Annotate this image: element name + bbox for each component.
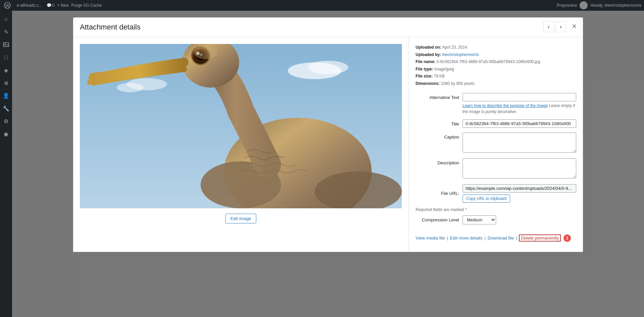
caption-row: Caption [416, 133, 576, 154]
attachment-details-modal: Attachment details ‹ › × [73, 17, 583, 252]
title-label: Title [416, 119, 459, 126]
sidebar-icon-propovoice[interactable]: ◉ [0, 128, 12, 140]
uploaded-by-info: Uploaded by: thechristophermorris [416, 51, 576, 59]
separator-3: | [516, 235, 517, 241]
description-field [463, 158, 576, 179]
previous-attachment-button[interactable]: ‹ [543, 21, 554, 32]
alt-text-row: Alternative Text Learn how to describe t… [416, 93, 576, 115]
attachment-image [80, 44, 402, 208]
admin-sidebar: ⌂ ✎ □ ◈ ⊕ 👤 🔧 ⚙ ◉ [0, 11, 12, 317]
title-row: Title [416, 119, 576, 128]
footer-links: View media file | Edit more details | Do… [416, 231, 576, 245]
caption-field [463, 133, 576, 154]
image-preview-container [80, 44, 402, 208]
sidebar-icon-media[interactable] [0, 39, 12, 50]
next-attachment-button[interactable]: › [555, 21, 566, 32]
modal-body: Edit Image Uploaded on: April 23, 2024 U… [73, 37, 583, 252]
svg-point-6 [308, 61, 348, 74]
description-label: Description [416, 158, 459, 165]
compression-row: Compression Level Medium Low High None [416, 215, 576, 224]
details-panel: Uploaded on: April 23, 2024 Uploaded by:… [409, 37, 583, 252]
svg-point-8 [117, 83, 144, 92]
description-input[interactable] [463, 158, 576, 178]
alt-text-field: Learn how to describe the purpose of the… [463, 93, 576, 115]
separator-1: | [447, 235, 448, 241]
wp-logo-icon[interactable]: W [3, 1, 12, 10]
sidebar-icon-pages[interactable]: □ [0, 52, 12, 63]
sidebar-icon-tools[interactable]: 🔧 [0, 103, 12, 114]
file-name-info: File name: 0-9c582364-7f63-4886-97a5-5f0… [416, 58, 576, 66]
comments-menu-item[interactable]: 💬 0 [47, 3, 55, 8]
edit-more-details-link[interactable]: Edit more details [450, 235, 483, 241]
modal-header: Attachment details ‹ › × [73, 17, 583, 37]
title-field [463, 119, 576, 128]
file-size-info: File size: 79 KB [416, 73, 576, 80]
file-info-section: Uploaded on: April 23, 2024 Uploaded by:… [416, 44, 576, 88]
sidebar-icon-appearance[interactable]: ◈ [0, 64, 12, 76]
file-type-info: File type: image/jpeg [416, 66, 576, 73]
compression-label: Compression Level [416, 217, 459, 222]
required-note: Required fields are marked * [416, 207, 576, 212]
admin-bar-right: Propovoice Howdy, thechristophermorris [557, 1, 641, 9]
site-name[interactable]: e-allheads.c... [15, 3, 44, 8]
purge-cache-button[interactable]: Purge SG Cache [71, 3, 102, 8]
file-url-input[interactable] [463, 184, 576, 193]
uploaded-on-info: Uploaded on: April 23, 2024 [416, 44, 576, 51]
alt-text-label: Alternative Text [416, 93, 459, 100]
svg-text:W: W [5, 3, 10, 8]
description-row: Description [416, 158, 576, 179]
file-url-field: Copy URL to clipboard [463, 184, 576, 203]
sidebar-icon-plugins[interactable]: ⊕ [0, 77, 12, 89]
delete-permanently-link[interactable]: Delete permanently [519, 234, 561, 242]
modal-navigation: ‹ › [543, 21, 566, 32]
svg-point-19 [194, 46, 217, 59]
brand-name: Propovoice [557, 3, 577, 8]
svg-rect-2 [3, 43, 9, 47]
sidebar-icon-users[interactable]: 👤 [0, 90, 12, 101]
caption-input[interactable] [463, 133, 576, 153]
dimensions-info: Dimensions: 1080 by 600 pixels [416, 80, 576, 88]
new-content-button[interactable]: + New [57, 3, 68, 8]
title-input[interactable] [463, 119, 576, 128]
sidebar-icon-posts[interactable]: ✎ [0, 26, 12, 38]
view-media-file-link[interactable]: View media file [416, 235, 445, 241]
modal-overlay: Attachment details ‹ › × [12, 11, 644, 317]
close-modal-button[interactable]: × [568, 20, 580, 32]
sidebar-icon-settings[interactable]: ⚙ [0, 115, 12, 127]
caption-label: Caption [416, 133, 459, 140]
file-url-row: File URL: Copy URL to clipboard [416, 184, 576, 203]
modal-title: Attachment details [80, 23, 141, 32]
main-content: Attachment details ‹ › × [12, 11, 644, 317]
separator-2: | [484, 235, 485, 241]
download-file-link[interactable]: Download file [488, 235, 514, 241]
annotation-badge-1: 1 [564, 234, 571, 242]
compression-select[interactable]: Medium Low High None [463, 215, 496, 224]
image-panel: Edit Image [73, 37, 409, 252]
avatar [580, 1, 588, 9]
alt-text-helper: Learn how to describe the purpose of the… [463, 103, 576, 115]
admin-bar: W e-allheads.c... 💬 0 + New Purge SG Cac… [0, 0, 644, 11]
edit-image-button[interactable]: Edit Image [225, 214, 256, 223]
file-url-label: File URL: [416, 191, 459, 196]
sidebar-icon-dashboard[interactable]: ⌂ [0, 13, 12, 25]
copy-url-button[interactable]: Copy URL to clipboard [463, 195, 510, 203]
greeting-text: Howdy, thechristophermorris [590, 3, 641, 8]
uploaded-by-link[interactable]: thechristophermorris [442, 52, 479, 57]
alt-text-learn-link[interactable]: Learn how to describe the purpose of the… [463, 103, 548, 108]
comment-bubble-icon: 💬 [47, 3, 52, 8]
alt-text-input[interactable] [463, 93, 576, 101]
